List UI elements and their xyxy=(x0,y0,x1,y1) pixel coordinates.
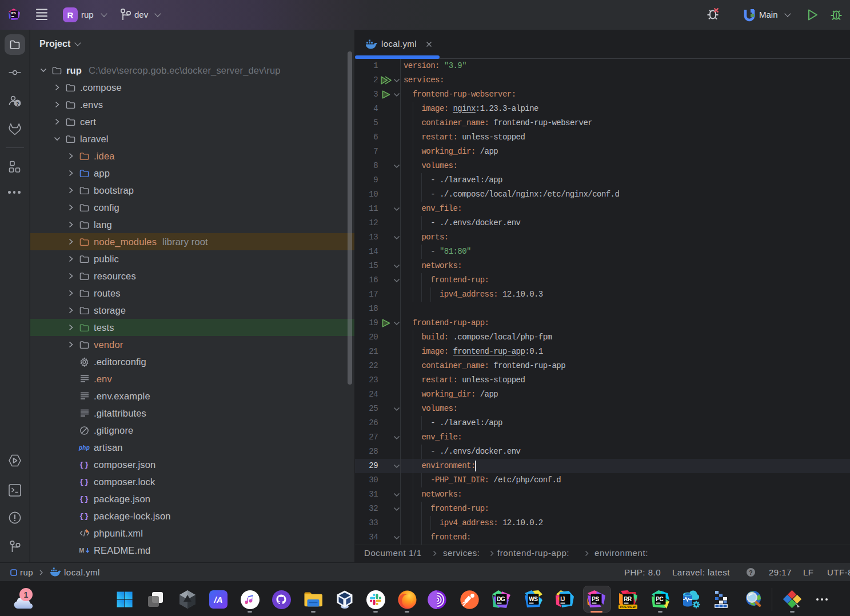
svg-text:WS: WS xyxy=(529,596,538,602)
svg-text:PS: PS xyxy=(592,596,599,602)
svg-text:?: ? xyxy=(16,101,19,107)
svg-text:RR: RR xyxy=(624,596,632,602)
svg-text:DG: DG xyxy=(497,596,505,602)
svg-text:PS: PS xyxy=(11,11,16,15)
svg-text:IJ: IJ xyxy=(560,596,565,602)
svg-text:PC: PC xyxy=(656,596,663,602)
